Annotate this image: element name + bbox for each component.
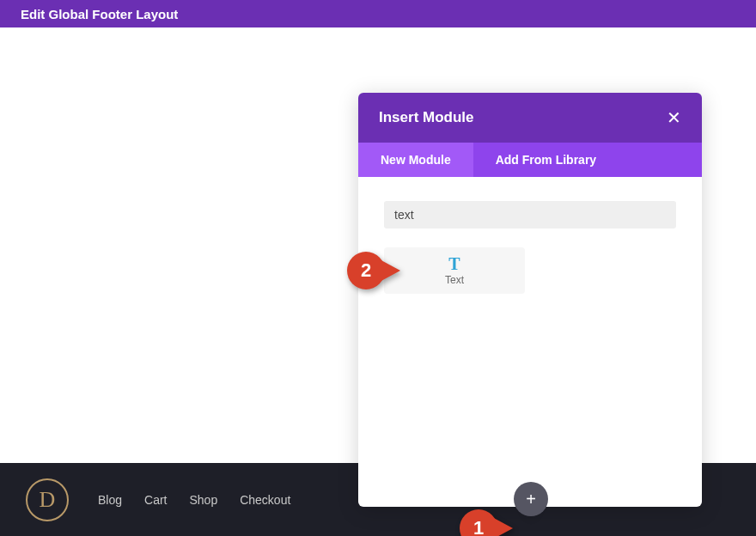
modal-body: T Text <box>358 177 702 507</box>
tab-add-from-library[interactable]: Add From Library <box>473 143 619 177</box>
text-module-icon: T <box>448 255 460 272</box>
callout-1-number: 1 <box>473 517 484 536</box>
modal-tabs: New Module Add From Library <box>358 143 702 177</box>
plus-icon: + <box>526 490 536 509</box>
callout-arrow-icon <box>378 259 400 283</box>
nav-blog[interactable]: Blog <box>98 493 122 507</box>
nav-checkout[interactable]: Checkout <box>240 493 290 507</box>
callout-1: 1 <box>460 509 497 536</box>
module-text[interactable]: T Text <box>384 247 525 294</box>
add-module-button[interactable]: + <box>514 482 548 516</box>
logo-letter: D <box>40 487 56 513</box>
nav-cart[interactable]: Cart <box>144 493 167 507</box>
callout-2-badge: 2 <box>347 252 385 289</box>
callout-arrow-icon <box>491 516 513 536</box>
page-header: Edit Global Footer Layout <box>0 0 756 27</box>
search-input[interactable] <box>384 201 676 228</box>
modal-title: Insert Module <box>379 109 474 126</box>
canvas: D Blog Cart Shop Checkout Insert Module … <box>0 27 756 536</box>
footer-nav: Blog Cart Shop Checkout <box>98 493 290 507</box>
nav-shop[interactable]: Shop <box>189 493 217 507</box>
callout-2: 2 <box>347 252 385 289</box>
close-icon[interactable]: ✕ <box>667 109 681 126</box>
module-grid: T Text <box>384 247 676 294</box>
tab-new-module[interactable]: New Module <box>358 143 473 177</box>
callout-1-badge: 1 <box>460 509 497 536</box>
modal-header: Insert Module ✕ <box>358 93 702 143</box>
logo-icon: D <box>26 478 69 521</box>
insert-module-modal: Insert Module ✕ New Module Add From Libr… <box>358 93 702 507</box>
module-label: Text <box>445 274 464 286</box>
callout-2-number: 2 <box>361 259 371 282</box>
page-title: Edit Global Footer Layout <box>21 7 178 21</box>
